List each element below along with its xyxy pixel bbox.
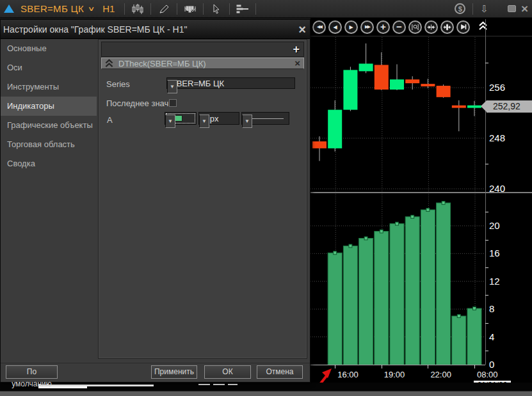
- main-toolbar: SBER=МБ ЦК ∨ H1: [0, 0, 532, 18]
- volume-axis-tick-label: 8: [489, 303, 494, 315]
- chevron-down-icon[interactable]: ▼: [242, 115, 252, 128]
- volume-axis-minor-tick: [485, 240, 488, 241]
- indicator-title: DTheck(SBER=МБ ЦК): [118, 59, 206, 68]
- toolbar-separator: [255, 3, 256, 15]
- dialog-footer: По умолчанию Применить ОК Отмена: [1, 363, 310, 379]
- remove-indicator-icon[interactable]: ×: [294, 59, 300, 67]
- scroll-left-fast-button[interactable]: ◀◀: [312, 20, 326, 34]
- fit-scale-button[interactable]: [440, 20, 454, 34]
- line-style-sample: [247, 118, 284, 119]
- symbol-selector[interactable]: SBER=МБ ЦК: [20, 3, 84, 14]
- time-axis-tick: [428, 365, 428, 368]
- chevron-down-icon[interactable]: ▼: [199, 115, 209, 128]
- defaults-button[interactable]: По умолчанию: [6, 365, 58, 379]
- sidebar-item-графические-объекты[interactable]: Графические объекты: [1, 116, 97, 135]
- occluded-text-fragment: [87, 384, 154, 386]
- close-window-icon[interactable]: ×: [521, 5, 528, 12]
- volume-axis-minor-tick: [485, 212, 488, 212]
- last-value-checkbox[interactable]: [169, 99, 177, 107]
- apply-button[interactable]: Применить: [151, 365, 197, 379]
- scroll-left-button[interactable]: ◀: [328, 20, 342, 34]
- restore-window-icon[interactable]: [508, 5, 516, 12]
- time-axis-tick-label: 16:00: [337, 370, 359, 379]
- volume-axis-tick-label: 12: [489, 276, 500, 287]
- collapse-price-panel-icon[interactable]: [479, 21, 487, 31]
- chart-nav-toolbar: ◀◀◀▶▶▶+−: [310, 18, 485, 36]
- toolbar-separator: [472, 3, 473, 15]
- toolbar-separator: [229, 3, 230, 15]
- zoom-in-button[interactable]: +: [376, 20, 390, 34]
- collapse-indicator-icon[interactable]: [105, 59, 113, 68]
- time-axis-tick: [474, 365, 475, 368]
- timeframe-button[interactable]: H1: [102, 3, 115, 14]
- symbol-dropdown-chevron-icon[interactable]: ∨: [88, 5, 95, 12]
- dialog-title-bar[interactable]: Настройки окна "График SBER=МБ ЦК - H1" …: [1, 20, 310, 39]
- sidebar-item-торговая-область[interactable]: Торговая область: [1, 135, 97, 154]
- time-axis-tick: [382, 365, 382, 368]
- settings-dialog: Настройки окна "График SBER=МБ ЦК - H1" …: [0, 19, 310, 383]
- sidebar-item-инструменты[interactable]: Инструменты: [1, 77, 97, 97]
- line-color-dropdown[interactable]: ▼: [165, 112, 197, 125]
- last-price-tag: 252,92: [487, 100, 532, 113]
- chevron-down-icon[interactable]: ▼: [167, 80, 177, 93]
- price-axis-minor-tick: [485, 63, 488, 63]
- series-label: Series: [106, 79, 130, 89]
- series-value: SBER=МБ ЦК: [167, 79, 294, 88]
- cancel-button[interactable]: Отмена: [257, 365, 303, 379]
- line-style-dropdown[interactable]: ▼: [241, 112, 289, 125]
- volume-axis-tick-label: 16: [489, 248, 500, 259]
- occluded-text-fragment: [228, 384, 238, 385]
- candlestick-chart[interactable]: [310, 37, 485, 193]
- candlestick-chart-icon[interactable]: [131, 3, 145, 15]
- time-axis-tick-label: 22:00: [430, 370, 451, 379]
- time-axis-tick-label: 19:00: [384, 370, 405, 379]
- scroll-right-fast-button[interactable]: ▶▶: [360, 20, 374, 34]
- compress-horizontal-button[interactable]: [424, 20, 438, 34]
- chart-top-border: [310, 36, 532, 36]
- last-value-label: Последнее знач.: [106, 99, 171, 108]
- toolbar-separator: [124, 3, 125, 15]
- volume-axis-tick-label: 20: [489, 220, 500, 232]
- indicators-panel: + DTheck(SBER=МБ ЦК) × Series SBER=МБ ЦК…: [98, 39, 307, 359]
- download-icon[interactable]: ⇩: [480, 3, 488, 15]
- add-indicator-button[interactable]: +: [293, 44, 300, 54]
- scroll-right-button[interactable]: ▶: [344, 20, 358, 34]
- sidebar-item-индикаторы[interactable]: Индикаторы: [1, 97, 97, 116]
- quote-levels-icon[interactable]: [236, 3, 250, 15]
- money-icon[interactable]: $: [455, 3, 465, 14]
- app-logo-triangle-icon: [4, 4, 14, 13]
- series-dropdown[interactable]: SBER=МБ ЦК ▼: [166, 77, 295, 89]
- app-window: SBER=МБ ЦК ∨ H1: [0, 0, 532, 396]
- cursor-icon[interactable]: [209, 3, 223, 15]
- go-to-end-button[interactable]: [456, 20, 470, 34]
- toolbar-separator: [150, 3, 151, 15]
- price-axis-minor-tick: [485, 164, 488, 164]
- window-bottom-edge: [0, 391, 532, 396]
- dialog-close-icon[interactable]: ×: [298, 24, 306, 35]
- toolbar-separator: [203, 3, 204, 15]
- time-axis-tick-label: 08:00: [477, 370, 498, 379]
- zoom-out-button[interactable]: −: [392, 20, 406, 34]
- line-width-dropdown[interactable]: 1 px ▼: [198, 112, 239, 125]
- zoom-area-button[interactable]: [408, 20, 422, 34]
- price-axis-tick-label: 248: [489, 132, 505, 144]
- indicator-header[interactable]: DTheck(SBER=МБ ЦК) ×: [101, 58, 304, 69]
- volume-axis-minor-tick: [485, 351, 488, 351]
- indicator-list-bar: +: [101, 42, 304, 57]
- sidebar-item-основные[interactable]: Основные: [1, 39, 97, 58]
- volume-axis-minor-tick: [485, 295, 488, 296]
- volume-axis-minor-tick: [485, 323, 488, 324]
- ok-button[interactable]: ОК: [204, 365, 251, 379]
- sidebar-item-сводка[interactable]: Сводка: [1, 154, 97, 173]
- chevron-down-icon[interactable]: ▼: [165, 115, 175, 128]
- volume-axis-tick-label: 4: [489, 331, 494, 343]
- draw-pencil-icon[interactable]: [157, 3, 171, 15]
- occluded-text-fragment: [213, 384, 225, 385]
- volume-chart[interactable]: [310, 194, 485, 365]
- line-row-label: A: [107, 115, 113, 125]
- occluded-text-fragment: [198, 384, 210, 385]
- dialog-sidebar: ОсновныеОсиИнструментыИндикаторыГрафичес…: [1, 39, 97, 364]
- volume-profile-icon[interactable]: [183, 3, 197, 15]
- price-axis-tick-label: 240: [489, 183, 505, 194]
- sidebar-item-оси[interactable]: Оси: [1, 58, 97, 77]
